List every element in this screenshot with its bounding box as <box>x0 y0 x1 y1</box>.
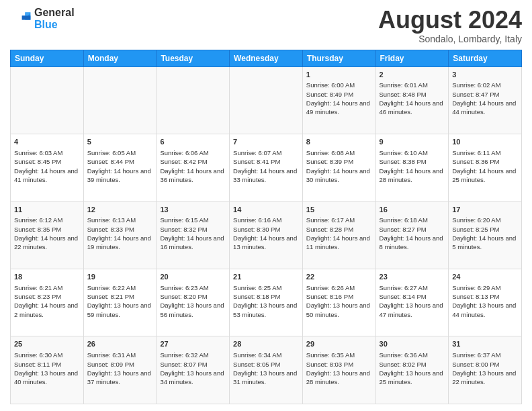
day-info: Sunrise: 6:15 AM Sunset: 8:32 PM Dayligh… <box>160 216 226 251</box>
header-cell-saturday: Saturday <box>449 50 522 66</box>
day-cell: 29Sunrise: 6:35 AM Sunset: 8:03 PM Dayli… <box>302 336 375 404</box>
day-number: 31 <box>452 339 518 349</box>
day-number: 21 <box>233 272 299 282</box>
day-cell: 16Sunrise: 6:18 AM Sunset: 8:27 PM Dayli… <box>375 201 449 269</box>
month-year: August 2024 <box>378 7 522 34</box>
day-info: Sunrise: 6:16 AM Sunset: 8:30 PM Dayligh… <box>233 216 299 251</box>
day-info: Sunrise: 6:10 AM Sunset: 8:38 PM Dayligh… <box>380 148 445 184</box>
header-cell-wednesday: Wednesday <box>230 50 303 66</box>
day-number: 9 <box>380 137 445 147</box>
day-cell <box>157 66 230 134</box>
week-row-4: 25Sunrise: 6:30 AM Sunset: 8:11 PM Dayli… <box>11 336 522 404</box>
day-info: Sunrise: 6:26 AM Sunset: 8:16 PM Dayligh… <box>306 283 372 319</box>
logo-blue: Blue <box>34 19 75 31</box>
calendar-header: SundayMondayTuesdayWednesdayThursdayFrid… <box>11 50 522 66</box>
day-cell <box>11 66 84 134</box>
day-number: 22 <box>306 272 372 282</box>
day-info: Sunrise: 6:11 AM Sunset: 8:36 PM Dayligh… <box>452 148 518 184</box>
day-number: 30 <box>380 339 445 349</box>
day-cell: 4Sunrise: 6:03 AM Sunset: 8:45 PM Daylig… <box>11 134 84 201</box>
day-cell: 2Sunrise: 6:01 AM Sunset: 8:48 PM Daylig… <box>375 66 449 134</box>
header-cell-monday: Monday <box>83 50 157 66</box>
svg-marker-1 <box>22 15 31 19</box>
day-number: 7 <box>233 137 299 147</box>
day-cell: 22Sunrise: 6:26 AM Sunset: 8:16 PM Dayli… <box>302 269 375 336</box>
header-cell-tuesday: Tuesday <box>157 50 230 66</box>
day-info: Sunrise: 6:34 AM Sunset: 8:05 PM Dayligh… <box>233 351 299 386</box>
day-number: 16 <box>380 205 445 215</box>
day-number: 23 <box>380 272 445 282</box>
day-cell: 17Sunrise: 6:20 AM Sunset: 8:25 PM Dayli… <box>449 201 522 269</box>
day-info: Sunrise: 6:25 AM Sunset: 8:18 PM Dayligh… <box>233 283 299 319</box>
day-info: Sunrise: 6:05 AM Sunset: 8:44 PM Dayligh… <box>87 148 153 184</box>
day-number: 10 <box>452 137 518 147</box>
day-number: 11 <box>14 205 80 215</box>
day-info: Sunrise: 6:22 AM Sunset: 8:21 PM Dayligh… <box>87 283 153 319</box>
day-number: 18 <box>14 272 80 282</box>
day-info: Sunrise: 6:20 AM Sunset: 8:25 PM Dayligh… <box>452 216 518 251</box>
day-info: Sunrise: 6:27 AM Sunset: 8:14 PM Dayligh… <box>380 283 445 319</box>
day-info: Sunrise: 6:02 AM Sunset: 8:47 PM Dayligh… <box>452 81 518 116</box>
day-info: Sunrise: 6:36 AM Sunset: 8:02 PM Dayligh… <box>380 351 445 386</box>
day-info: Sunrise: 6:06 AM Sunset: 8:42 PM Dayligh… <box>160 148 226 184</box>
day-number: 4 <box>14 137 80 147</box>
day-info: Sunrise: 6:29 AM Sunset: 8:13 PM Dayligh… <box>452 283 518 319</box>
day-number: 1 <box>306 70 372 80</box>
page: General Blue August 2024 Sondalo, Lombar… <box>0 0 532 411</box>
day-info: Sunrise: 6:21 AM Sunset: 8:23 PM Dayligh… <box>14 283 80 319</box>
day-cell: 6Sunrise: 6:06 AM Sunset: 8:42 PM Daylig… <box>157 134 230 201</box>
day-cell: 21Sunrise: 6:25 AM Sunset: 8:18 PM Dayli… <box>230 269 303 336</box>
day-number: 19 <box>87 272 153 282</box>
day-cell: 10Sunrise: 6:11 AM Sunset: 8:36 PM Dayli… <box>449 134 522 201</box>
day-cell: 18Sunrise: 6:21 AM Sunset: 8:23 PM Dayli… <box>11 269 84 336</box>
day-cell <box>83 66 157 134</box>
day-info: Sunrise: 6:17 AM Sunset: 8:28 PM Dayligh… <box>306 216 372 251</box>
day-cell: 8Sunrise: 6:08 AM Sunset: 8:39 PM Daylig… <box>302 134 375 201</box>
day-info: Sunrise: 6:01 AM Sunset: 8:48 PM Dayligh… <box>380 81 445 116</box>
logo-general: General <box>34 7 75 19</box>
day-number: 25 <box>14 339 80 349</box>
week-row-1: 4Sunrise: 6:03 AM Sunset: 8:45 PM Daylig… <box>11 134 522 201</box>
day-cell: 30Sunrise: 6:36 AM Sunset: 8:02 PM Dayli… <box>375 336 449 404</box>
day-number: 29 <box>306 339 372 349</box>
day-info: Sunrise: 6:23 AM Sunset: 8:20 PM Dayligh… <box>160 283 226 319</box>
day-cell: 5Sunrise: 6:05 AM Sunset: 8:44 PM Daylig… <box>83 134 157 201</box>
day-cell: 28Sunrise: 6:34 AM Sunset: 8:05 PM Dayli… <box>230 336 303 404</box>
day-info: Sunrise: 6:00 AM Sunset: 8:49 PM Dayligh… <box>306 81 372 116</box>
day-info: Sunrise: 6:35 AM Sunset: 8:03 PM Dayligh… <box>306 351 372 386</box>
day-cell: 31Sunrise: 6:37 AM Sunset: 8:00 PM Dayli… <box>449 336 522 404</box>
location: Sondalo, Lombardy, Italy <box>378 34 522 44</box>
day-number: 17 <box>452 205 518 215</box>
day-cell: 25Sunrise: 6:30 AM Sunset: 8:11 PM Dayli… <box>11 336 84 404</box>
calendar-body: 1Sunrise: 6:00 AM Sunset: 8:49 PM Daylig… <box>11 66 522 404</box>
header-cell-thursday: Thursday <box>302 50 375 66</box>
day-info: Sunrise: 6:03 AM Sunset: 8:45 PM Dayligh… <box>14 148 80 184</box>
day-number: 24 <box>452 272 518 282</box>
day-info: Sunrise: 6:18 AM Sunset: 8:27 PM Dayligh… <box>380 216 445 251</box>
day-info: Sunrise: 6:37 AM Sunset: 8:00 PM Dayligh… <box>452 351 518 386</box>
header-row: SundayMondayTuesdayWednesdayThursdayFrid… <box>11 50 522 66</box>
day-cell: 27Sunrise: 6:32 AM Sunset: 8:07 PM Dayli… <box>157 336 230 404</box>
day-info: Sunrise: 6:31 AM Sunset: 8:09 PM Dayligh… <box>87 351 153 386</box>
day-number: 20 <box>160 272 226 282</box>
day-cell: 13Sunrise: 6:15 AM Sunset: 8:32 PM Dayli… <box>157 201 230 269</box>
day-cell: 15Sunrise: 6:17 AM Sunset: 8:28 PM Dayli… <box>302 201 375 269</box>
day-info: Sunrise: 6:07 AM Sunset: 8:41 PM Dayligh… <box>233 148 299 184</box>
day-cell: 20Sunrise: 6:23 AM Sunset: 8:20 PM Dayli… <box>157 269 230 336</box>
day-cell: 14Sunrise: 6:16 AM Sunset: 8:30 PM Dayli… <box>230 201 303 269</box>
day-number: 27 <box>160 339 226 349</box>
day-info: Sunrise: 6:30 AM Sunset: 8:11 PM Dayligh… <box>14 351 80 386</box>
day-info: Sunrise: 6:12 AM Sunset: 8:35 PM Dayligh… <box>14 216 80 251</box>
day-cell <box>230 66 303 134</box>
day-cell: 7Sunrise: 6:07 AM Sunset: 8:41 PM Daylig… <box>230 134 303 201</box>
day-number: 8 <box>306 137 372 147</box>
day-number: 28 <box>233 339 299 349</box>
logo: General Blue <box>10 7 75 30</box>
header-cell-sunday: Sunday <box>11 50 84 66</box>
day-number: 15 <box>306 205 372 215</box>
day-cell: 26Sunrise: 6:31 AM Sunset: 8:09 PM Dayli… <box>83 336 157 404</box>
day-number: 12 <box>87 205 153 215</box>
calendar-table: SundayMondayTuesdayWednesdayThursdayFrid… <box>10 50 522 404</box>
day-cell: 3Sunrise: 6:02 AM Sunset: 8:47 PM Daylig… <box>449 66 522 134</box>
day-number: 3 <box>452 70 518 80</box>
